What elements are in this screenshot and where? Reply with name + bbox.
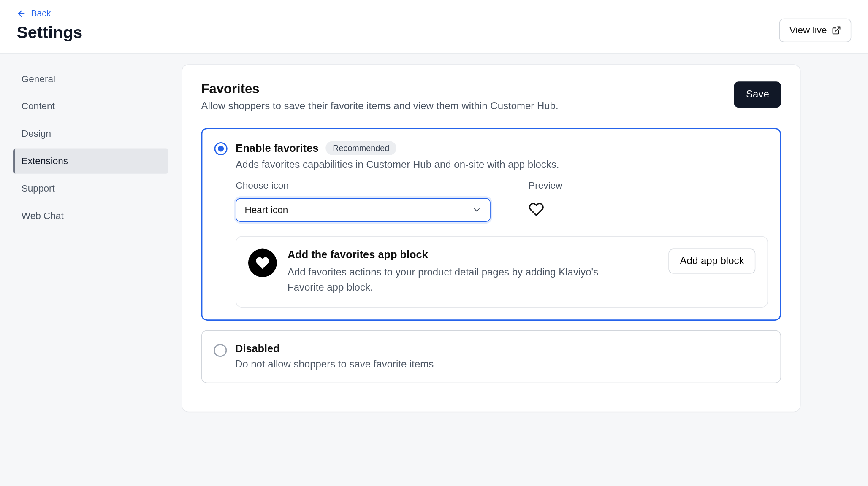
radio-enable[interactable]: [214, 142, 228, 155]
heart-circle-icon: [248, 248, 277, 277]
preview-heart-icon: [529, 198, 562, 220]
sidebar-item-general[interactable]: General: [13, 67, 168, 92]
sidebar-item-support[interactable]: Support: [13, 176, 168, 201]
option-subtitle: Adds favorites capabilities in Customer …: [236, 159, 768, 170]
heart-icon: [255, 256, 270, 270]
sidebar-item-label: Design: [22, 129, 51, 139]
add-app-block-card: Add the favorites app block Add favorite…: [236, 236, 768, 308]
sidebar-item-design[interactable]: Design: [13, 122, 168, 146]
svg-line-1: [835, 27, 840, 31]
option-title: Disabled: [235, 343, 280, 355]
preview-label: Preview: [529, 180, 562, 191]
save-button[interactable]: Save: [734, 81, 781, 108]
icon-select[interactable]: Heart icon: [236, 198, 490, 222]
option-subtitle: Do not allow shoppers to save favorite i…: [235, 359, 768, 370]
sidebar-item-extensions[interactable]: Extensions: [13, 149, 168, 174]
choose-icon-label: Choose icon: [236, 180, 490, 191]
sidebar-item-label: Support: [22, 183, 55, 193]
arrow-left-icon: [16, 8, 26, 18]
option-enable-favorites[interactable]: Enable favorites Recommended Adds favori…: [201, 128, 781, 321]
back-label: Back: [31, 8, 51, 19]
icon-select-value: Heart icon: [245, 205, 288, 215]
sidebar-item-label: Web Chat: [22, 211, 64, 221]
recommended-badge: Recommended: [326, 141, 396, 155]
sub-card-desc: Add favorites actions to your product de…: [288, 265, 621, 295]
sidebar-item-label: Content: [22, 101, 55, 111]
favorites-card: Favorites Allow shoppers to save their f…: [182, 64, 800, 412]
card-title: Favorites: [201, 81, 559, 97]
option-title: Enable favorites: [236, 142, 318, 154]
sidebar-item-content[interactable]: Content: [13, 94, 168, 119]
sidebar-item-label: General: [22, 74, 55, 84]
chevron-down-icon: [472, 205, 482, 215]
add-app-block-button[interactable]: Add app block: [669, 248, 756, 273]
sub-card-title: Add the favorites app block: [288, 248, 658, 261]
view-live-label: View live: [789, 25, 827, 35]
sidebar-item-label: Extensions: [22, 156, 68, 166]
radio-disabled[interactable]: [214, 344, 227, 357]
external-link-icon: [832, 26, 841, 35]
back-link[interactable]: Back: [16, 8, 51, 19]
option-disabled[interactable]: Disabled Do not allow shoppers to save f…: [201, 330, 781, 383]
settings-sidebar: General Content Design Extensions Suppor…: [0, 54, 182, 486]
sidebar-item-webchat[interactable]: Web Chat: [13, 203, 168, 228]
view-live-button[interactable]: View live: [779, 19, 851, 42]
card-description: Allow shoppers to save their favorite it…: [201, 100, 559, 112]
page-title: Settings: [16, 23, 82, 42]
page-header: Back Settings View live: [0, 0, 868, 54]
heart-icon: [529, 202, 544, 217]
